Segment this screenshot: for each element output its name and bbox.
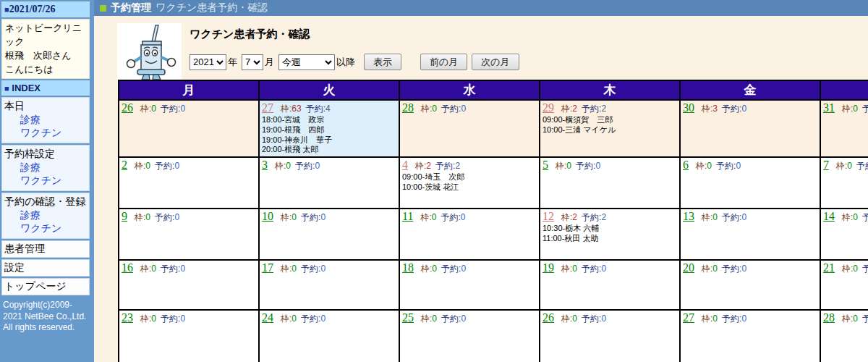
sidebar-item-patient-management[interactable]: 患者管理 bbox=[1, 240, 90, 258]
calendar-day-cell: 28枠:0予約:0 bbox=[820, 310, 868, 362]
menu-section-title: 予約の確認・登録 bbox=[4, 195, 87, 208]
date-link[interactable]: 28 bbox=[823, 311, 835, 324]
calendar-day-cell: 6枠:0予約:0 bbox=[680, 157, 820, 209]
appointment-entry: 19:00-神奈川 華子 bbox=[262, 135, 397, 146]
appointment-entry: 20:00-根飛 太郎 bbox=[262, 145, 397, 155]
date-link[interactable]: 26 bbox=[542, 311, 554, 324]
date-link[interactable]: 20 bbox=[683, 261, 694, 274]
range-select[interactable]: 今週 bbox=[278, 54, 335, 70]
calendar-day-cell: 4枠:2予約:209:00-埼玉 次郎10:00-茨城 花江 bbox=[399, 157, 540, 209]
date-link[interactable]: 9 bbox=[122, 210, 127, 222]
date-link[interactable]: 12 bbox=[542, 210, 554, 222]
calendar-day-cell: 11枠:0予約:0 bbox=[399, 209, 540, 260]
date-link[interactable]: 19 bbox=[542, 261, 554, 274]
date-link[interactable]: 25 bbox=[402, 311, 414, 324]
slot-reservation-counts: 枠:3予約:0 bbox=[702, 104, 746, 114]
day-of-week-header: 金 bbox=[680, 80, 820, 100]
menu-section-reservations: 予約の確認・登録 診療 ワクチン bbox=[1, 193, 90, 239]
slot-reservation-counts: 枠:0予約:0 bbox=[275, 161, 320, 171]
date-link[interactable]: 2 bbox=[122, 159, 127, 171]
date-link[interactable]: 23 bbox=[122, 311, 133, 324]
calendar-week-row: 26枠:0予約:027枠:63予約:418:00-宮城 政宗19:00-根飛 四… bbox=[119, 100, 868, 157]
clinic-greeting: ネットビークリニック 根飛 次郎さん こんにちは bbox=[1, 19, 90, 79]
calendar-day-cell: 17枠:0予約:0 bbox=[259, 260, 399, 310]
date-link[interactable]: 11 bbox=[402, 210, 413, 222]
date-link[interactable]: 26 bbox=[122, 101, 133, 114]
calendar-day-cell: 29枠:2予約:209:00-横須賀 三郎10:00-三浦 マイケル bbox=[540, 100, 680, 157]
prev-month-button[interactable]: 前の月 bbox=[420, 54, 467, 70]
month-suffix-label: 月 bbox=[265, 56, 274, 69]
slot-reservation-counts: 枠:0予約:0 bbox=[702, 212, 746, 222]
slot-reservation-counts: 枠:0予約:0 bbox=[281, 313, 326, 324]
date-link[interactable]: 10 bbox=[262, 210, 273, 222]
date-link[interactable]: 27 bbox=[683, 311, 694, 324]
date-link[interactable]: 7 bbox=[823, 159, 829, 171]
date-link[interactable]: 28 bbox=[402, 101, 414, 114]
square-bullet-icon: ■ bbox=[4, 84, 9, 93]
calendar-week-row: 9枠:0予約:010枠:0予約:011枠:0予約:012枠:2予約:210:30… bbox=[119, 209, 868, 260]
slot-reservation-counts: 枠:0予約:0 bbox=[140, 104, 185, 114]
slot-reservation-counts: 枠:0予約:0 bbox=[836, 161, 868, 171]
date-link[interactable]: 4 bbox=[402, 159, 408, 171]
date-link[interactable]: 29 bbox=[542, 101, 554, 114]
day-of-week-header: 月 bbox=[119, 80, 259, 100]
index-header: ■ INDEX bbox=[1, 80, 90, 96]
date-link[interactable]: 18 bbox=[402, 261, 414, 274]
appointment-entry: 18:00-宮城 政宗 bbox=[262, 115, 397, 125]
date-link[interactable]: 16 bbox=[122, 261, 133, 274]
slot-reservation-counts: 枠:2予約:2 bbox=[561, 212, 606, 222]
sidebar-link-slots-vaccine[interactable]: ワクチン bbox=[4, 174, 87, 188]
sidebar-item-settings[interactable]: 設定 bbox=[1, 259, 90, 277]
date-link[interactable]: 31 bbox=[823, 101, 835, 114]
slot-reservation-counts: 枠:0予約:0 bbox=[842, 313, 868, 324]
day-of-week-header: 木 bbox=[540, 80, 680, 100]
date-link[interactable]: 3 bbox=[262, 159, 268, 171]
date-link[interactable]: 5 bbox=[542, 159, 548, 171]
slot-reservation-counts: 枠:0予約:0 bbox=[702, 264, 746, 274]
date-link[interactable]: 6 bbox=[683, 159, 689, 171]
day-of-week-header: 水 bbox=[399, 80, 540, 100]
year-select[interactable]: 2021 bbox=[190, 54, 226, 70]
sidebar-link-reservation-shinryo[interactable]: 診療 bbox=[4, 209, 87, 222]
sidebar-item-top-page[interactable]: トップページ bbox=[1, 278, 90, 295]
calendar-day-cell: 9枠:0予約:0 bbox=[119, 209, 259, 260]
appointment-entry: 09:00-横須賀 三郎 bbox=[542, 115, 678, 125]
slot-reservation-counts: 枠:2予約:2 bbox=[561, 104, 606, 114]
appointment-entry: 11:00-秋田 太助 bbox=[542, 234, 678, 244]
month-select[interactable]: 7 bbox=[242, 54, 263, 70]
date-link[interactable]: 30 bbox=[683, 101, 694, 114]
menu-section-today: 本日 診療 ワクチン bbox=[1, 97, 90, 143]
appointment-entry: 09:00-埼玉 次郎 bbox=[402, 172, 537, 182]
date-link[interactable]: 24 bbox=[262, 311, 273, 324]
calendar-day-cell: 16枠:0予約:0 bbox=[119, 260, 259, 310]
calendar-day-cell: 19枠:0予約:0 bbox=[540, 260, 680, 310]
slot-reservation-counts: 枠:63予約:4 bbox=[281, 104, 331, 114]
calendar-day-cell: 27枠:63予約:418:00-宮城 政宗19:00-根飛 四郎19:00-神奈… bbox=[259, 100, 399, 157]
sidebar-link-reservation-vaccine[interactable]: ワクチン bbox=[4, 222, 87, 235]
sidebar-link-today-shinryo[interactable]: 診療 bbox=[4, 113, 87, 127]
calendar-day-cell: 31枠:0予約:0 bbox=[820, 100, 868, 157]
calendar-body: 26枠:0予約:027枠:63予約:418:00-宮城 政宗19:00-根飛 四… bbox=[119, 100, 868, 362]
next-month-button[interactable]: 次の月 bbox=[472, 54, 519, 70]
slot-reservation-counts: 枠:0予約:0 bbox=[561, 264, 606, 274]
appointment-entry: 10:00-三浦 マイケル bbox=[542, 125, 678, 135]
topbar-page-title: ワクチン患者予約・確認 bbox=[156, 1, 268, 14]
copyright-text: Copyright(c)2009- 2021 NetBee Co.,Ltd. A… bbox=[1, 297, 90, 337]
sidebar-link-today-vaccine[interactable]: ワクチン bbox=[4, 126, 87, 140]
date-link[interactable]: 21 bbox=[823, 261, 835, 274]
date-link[interactable]: 14 bbox=[823, 210, 835, 222]
slot-reservation-counts: 枠:0予約:0 bbox=[556, 161, 600, 171]
show-button[interactable]: 表示 bbox=[364, 54, 401, 70]
calendar: 月火水木金 26枠:0予約:027枠:63予約:418:00-宮城 政宗19:0… bbox=[118, 80, 868, 362]
date-link[interactable]: 13 bbox=[683, 210, 694, 222]
day-of-week-header bbox=[820, 80, 868, 100]
calendar-day-header-row: 月火水木金 bbox=[119, 80, 868, 100]
menu-section-slot-settings: 予約枠設定 診療 ワクチン bbox=[1, 145, 90, 191]
sidebar-link-slots-shinryo[interactable]: 診療 bbox=[4, 161, 87, 174]
calendar-week-row: 23枠:0予約:024枠:0予約:025枠:0予約:026枠:0予約:027枠:… bbox=[119, 310, 868, 362]
date-link[interactable]: 27 bbox=[262, 101, 273, 114]
date-link[interactable]: 17 bbox=[262, 261, 273, 274]
calendar-day-cell: 24枠:0予約:0 bbox=[259, 310, 399, 362]
calendar-controls: 2021 年 7 月 今週 以降 表示 前の月 次の月 bbox=[190, 54, 519, 70]
calendar-table: 月火水木金 26枠:0予約:027枠:63予約:418:00-宮城 政宗19:0… bbox=[118, 80, 868, 362]
